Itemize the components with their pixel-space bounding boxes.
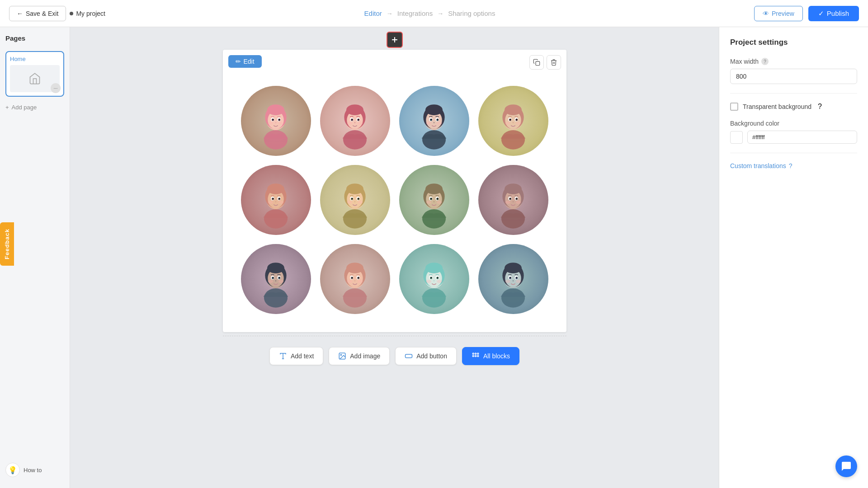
svg-point-149 xyxy=(358,277,359,278)
svg-point-88 xyxy=(352,198,353,199)
add-text-button[interactable]: Add text xyxy=(269,347,323,365)
add-blocks-toolbar: Add text Add image Add button xyxy=(269,347,519,365)
zodiac-item-aquarius[interactable]: ♒ xyxy=(399,244,469,314)
svg-point-43 xyxy=(431,119,432,120)
svg-point-164 xyxy=(437,277,438,278)
feedback-tab[interactable]: Feedback xyxy=(0,222,14,266)
svg-point-83 xyxy=(346,183,363,194)
nav-steps: Editor → Integrations → Sharing options xyxy=(113,9,747,17)
svg-point-167 xyxy=(437,280,442,283)
svg-point-180 xyxy=(513,280,514,281)
add-image-button[interactable]: Add image xyxy=(329,347,390,365)
page-menu-button[interactable]: ··· xyxy=(51,83,61,93)
transparent-bg-checkbox[interactable] xyxy=(730,103,738,111)
svg-point-163 xyxy=(431,277,432,278)
svg-point-165 xyxy=(434,280,434,281)
step-editor[interactable]: Editor xyxy=(364,9,382,17)
svg-point-44 xyxy=(437,119,438,120)
zodiac-item-libra[interactable]: ♎ xyxy=(399,165,469,235)
svg-point-31 xyxy=(347,122,352,125)
svg-point-74 xyxy=(279,198,280,199)
svg-point-153 xyxy=(422,288,446,308)
all-blocks-button[interactable]: All blocks xyxy=(462,347,519,365)
svg-point-38 xyxy=(425,104,443,115)
publish-button[interactable]: ✓ Publish xyxy=(808,6,859,21)
settings-divider-1 xyxy=(730,93,857,94)
svg-point-15 xyxy=(275,122,276,123)
nav-left: ← Save & Exit My project xyxy=(9,6,105,21)
zodiac-item-taurus[interactable]: ♉ xyxy=(320,86,390,156)
plus-icon: + xyxy=(5,104,9,111)
svg-point-113 xyxy=(505,183,522,194)
svg-point-136 xyxy=(268,280,273,283)
top-navigation: ← Save & Exit My project Editor → Integr… xyxy=(0,0,868,27)
svg-point-13 xyxy=(273,119,274,120)
page-home-thumb[interactable]: Home ··· xyxy=(5,51,64,97)
chat-bubble-button[interactable] xyxy=(835,455,857,477)
svg-point-188 xyxy=(472,353,474,354)
svg-point-29 xyxy=(358,119,359,120)
svg-point-60 xyxy=(513,122,514,123)
svg-point-18 xyxy=(343,130,367,150)
settings-panel: Project settings Max width ? Transparent… xyxy=(719,27,868,488)
svg-point-108 xyxy=(501,209,525,229)
custom-translations-help-icon[interactable]: ? xyxy=(789,162,793,169)
svg-point-133 xyxy=(273,277,274,278)
zodiac-item-gemini[interactable]: ♊ xyxy=(399,86,469,156)
svg-point-16 xyxy=(268,122,273,125)
color-input[interactable] xyxy=(747,131,857,144)
add-page-button[interactable]: + Add page xyxy=(5,102,64,113)
canvas-divider xyxy=(223,336,566,336)
add-button-button[interactable]: Add button xyxy=(395,347,457,365)
step-integrations[interactable]: Integrations xyxy=(397,9,433,17)
svg-point-106 xyxy=(426,201,431,204)
svg-point-122 xyxy=(516,201,521,204)
zodiac-grid: ♈ xyxy=(241,86,548,314)
color-swatch[interactable] xyxy=(730,131,743,144)
step-sharing[interactable]: Sharing options xyxy=(448,9,495,17)
svg-point-53 xyxy=(505,104,522,115)
svg-point-78 xyxy=(343,209,367,229)
zodiac-item-virgo[interactable]: ♍ xyxy=(320,165,390,235)
transparent-bg-help-icon[interactable]: ? xyxy=(818,103,822,111)
svg-point-148 xyxy=(352,277,353,278)
copy-block-button[interactable] xyxy=(529,55,544,70)
delete-block-button[interactable] xyxy=(547,55,561,70)
add-block-circle-button[interactable] xyxy=(387,32,403,48)
pencil-icon: ✏ xyxy=(236,58,241,65)
svg-point-143 xyxy=(346,263,363,273)
svg-point-63 xyxy=(264,209,288,229)
svg-point-45 xyxy=(434,122,434,123)
zodiac-item-pisces[interactable]: ♓ xyxy=(478,244,548,314)
max-width-help-icon[interactable]: ? xyxy=(761,58,769,65)
custom-translations-link[interactable]: Custom translations ? xyxy=(730,162,857,169)
howto-button[interactable]: 💡 How to xyxy=(5,459,64,481)
zodiac-item-capricorn[interactable]: ♑ xyxy=(320,244,390,314)
edit-button[interactable]: ✏ Edit xyxy=(228,55,262,68)
svg-point-3 xyxy=(264,130,288,150)
svg-point-135 xyxy=(275,280,276,281)
svg-point-128 xyxy=(267,263,284,273)
svg-point-28 xyxy=(352,119,353,120)
add-block-top xyxy=(387,32,403,48)
canvas-block: ✏ Edit xyxy=(223,50,566,332)
preview-button[interactable]: 👁 Preview xyxy=(754,6,803,21)
svg-point-14 xyxy=(279,119,280,120)
svg-point-120 xyxy=(513,201,514,202)
zodiac-item-cancer[interactable]: ♋ xyxy=(478,86,548,156)
zodiac-item-aries[interactable]: ♈ xyxy=(241,86,311,156)
svg-point-138 xyxy=(343,288,367,308)
svg-point-90 xyxy=(354,201,355,202)
svg-point-105 xyxy=(434,201,434,202)
svg-point-89 xyxy=(358,198,359,199)
save-exit-button[interactable]: ← Save & Exit xyxy=(9,6,66,21)
zodiac-item-scorpio[interactable]: ♏ xyxy=(478,165,548,235)
svg-point-107 xyxy=(437,201,442,204)
svg-point-17 xyxy=(278,122,284,125)
svg-point-123 xyxy=(264,288,288,308)
svg-point-77 xyxy=(278,201,284,204)
zodiac-item-sagittarius[interactable]: ♐ xyxy=(241,244,311,314)
canvas-area: ✏ Edit xyxy=(70,27,719,488)
max-width-input[interactable] xyxy=(730,69,857,84)
zodiac-item-leo[interactable]: ♌ xyxy=(241,165,311,235)
